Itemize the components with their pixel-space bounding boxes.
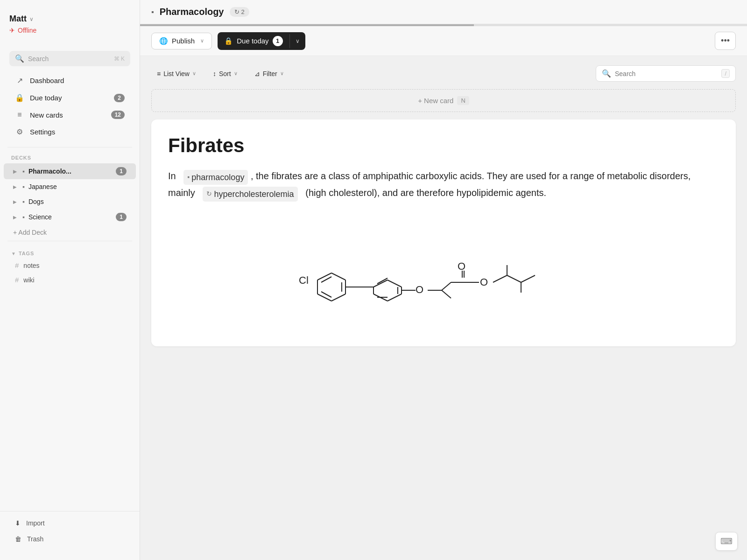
nav-section: ↗ Dashboard 🔒 Due today 2 ≡ New cards 12… (0, 66, 140, 146)
settings-icon: ⚙ (15, 127, 24, 136)
svg-line-24 (442, 290, 451, 298)
sidebar-item-science[interactable]: ▶ ▪ Science 1 (4, 209, 136, 225)
filter-label: Filter (263, 70, 277, 77)
new-card-row[interactable]: + New card N (151, 89, 736, 112)
keyboard-icon: ⌨ (720, 537, 733, 546)
tag-icon-2: ↻ (206, 189, 212, 200)
settings-label: Settings (30, 128, 125, 136)
tags-section: ▼ TAGS # notes # wiki (0, 242, 140, 291)
deck-japanese-label: Japanese (28, 183, 127, 190)
tags-section-toggle[interactable]: ▼ TAGS (0, 246, 140, 258)
svg-text:O: O (416, 284, 423, 295)
due-today-btn-count: 1 (273, 36, 283, 46)
sort-chevron: ∨ (234, 70, 238, 77)
user-chevron-icon[interactable]: ∨ (29, 16, 34, 22)
due-today-dropdown-arrow[interactable]: ∨ (289, 34, 305, 48)
svg-line-4 (331, 294, 345, 301)
deck-arrow-icon: ▶ (13, 169, 19, 174)
svg-line-1 (317, 273, 331, 280)
sidebar-header: Matt ∨ ✈ Offline (0, 9, 140, 43)
user-row: Matt ∨ (9, 14, 130, 24)
svg-line-14 (388, 294, 402, 301)
more-icon: ••• (721, 36, 730, 45)
add-deck-button[interactable]: + Add Deck (4, 225, 136, 240)
sidebar-item-japanese[interactable]: ▶ ▪ Japanese (4, 179, 136, 194)
deck-page-icon: ▪ (22, 168, 25, 175)
import-button[interactable]: ⬇ Import (4, 515, 136, 531)
svg-text:Cl: Cl (299, 274, 309, 286)
sort-button[interactable]: ↕ Sort ∨ (207, 67, 243, 81)
tag-notes[interactable]: # notes (4, 258, 136, 273)
search-text: Search (28, 55, 110, 63)
divider-1 (7, 147, 132, 147)
content-search[interactable]: 🔍 / (596, 65, 736, 82)
filter-button[interactable]: ⊿ Filter ∨ (249, 67, 289, 81)
tag-icon-1: ▪ (187, 172, 190, 183)
deck-pharmacology-badge: 1 (116, 167, 127, 175)
content-search-input[interactable] (615, 70, 718, 77)
sidebar-item-due-today[interactable]: 🔒 Due today 2 (4, 89, 136, 106)
content-search-icon: 🔍 (602, 69, 611, 78)
hash-icon-2: # (15, 276, 19, 284)
deck-dogs-label: Dogs (28, 198, 127, 205)
list-view-label: List View (163, 70, 190, 77)
new-card-shortcut: N (457, 96, 469, 105)
deck-title: Pharmacology (160, 7, 224, 17)
filter-icon: ⊿ (254, 70, 260, 77)
search-icon: 🔍 (15, 54, 24, 63)
more-options-button[interactable]: ••• (715, 32, 736, 50)
sidebar-item-dashboard[interactable]: ↗ Dashboard (4, 72, 136, 89)
trash-icon: 🗑 (15, 535, 21, 543)
search-slash-shortcut: / (721, 69, 730, 78)
list-view-icon: ≡ (157, 70, 161, 77)
toolbar: 🌐 Publish ∨ 🔒 Due today 1 ∨ ••• (140, 26, 747, 56)
svg-line-12 (388, 280, 402, 287)
new-cards-label: New cards (30, 111, 106, 119)
top-bar: ▪ Pharmacology ↻ 2 (140, 0, 747, 24)
card-inline-tag-1[interactable]: ▪ pharmacology (183, 170, 248, 185)
card-body-before: In (168, 171, 176, 181)
chemical-structure-svg: Cl (280, 215, 607, 331)
deck-title-icon: ▪ (151, 8, 154, 16)
svg-line-34 (521, 275, 535, 282)
publish-button[interactable]: 🌐 Publish ∨ (151, 33, 212, 49)
tag-wiki[interactable]: # wiki (4, 273, 136, 287)
card-body: In ▪ pharmacology , the fibrates are a c… (168, 168, 719, 202)
list-view-chevron: ∨ (192, 70, 196, 77)
user-name: Matt (9, 14, 27, 24)
due-today-btn-label: Due today (237, 37, 268, 45)
due-today-lock-icon: 🔒 (224, 37, 233, 45)
svg-line-32 (507, 275, 521, 282)
sidebar-item-dogs[interactable]: ▶ ▪ Dogs (4, 194, 136, 209)
tag-hypercholesterolemia-text: hypercholesterolemia (214, 187, 294, 202)
tag-wiki-label: wiki (23, 276, 34, 284)
filter-chevron: ∨ (280, 70, 284, 77)
card-body-after: (high cholesterol), and are therefore hy… (305, 188, 546, 198)
deck-arrow-icon-3: ▶ (13, 199, 19, 204)
sync-count: 2 (241, 8, 245, 15)
trash-button[interactable]: 🗑 Trash (4, 531, 136, 547)
offline-icon: ✈ (9, 27, 15, 34)
sidebar-item-pharmacology[interactable]: ▶ ▪ Pharmacolo... 1 (4, 163, 136, 179)
sidebar-item-new-cards[interactable]: ≡ New cards 12 (4, 106, 136, 123)
dashboard-label: Dashboard (30, 77, 125, 84)
keyboard-button[interactable]: ⌨ (715, 532, 738, 551)
sidebar: Matt ∨ ✈ Offline 🔍 Search ⌘ K ↗ Dashboar… (0, 0, 140, 560)
svg-line-2 (331, 273, 345, 280)
main-content: ▪ Pharmacology ↻ 2 🌐 Publish ∨ 🔒 Due tod… (140, 0, 747, 560)
import-icon: ⬇ (15, 519, 21, 527)
due-today-button[interactable]: 🔒 Due today 1 ∨ (218, 32, 305, 50)
deck-page-icon-2: ▪ (22, 183, 25, 190)
deck-pharmacology-label: Pharmacolo... (28, 168, 112, 175)
list-view-button[interactable]: ≡ List View ∨ (151, 67, 202, 81)
card-inline-tag-2[interactable]: ↻ hypercholesterolemia (203, 187, 297, 202)
sidebar-item-settings[interactable]: ⚙ Settings (4, 123, 136, 140)
sidebar-search[interactable]: 🔍 Search ⌘ K (9, 51, 130, 66)
svg-text:O: O (480, 276, 488, 288)
new-cards-icon: ≡ (15, 111, 24, 119)
new-cards-badge: 12 (111, 111, 125, 119)
due-today-icon: 🔒 (15, 93, 24, 102)
tag-notes-label: notes (23, 262, 39, 269)
svg-line-31 (493, 275, 507, 282)
card-title: Fibrates (168, 134, 719, 157)
